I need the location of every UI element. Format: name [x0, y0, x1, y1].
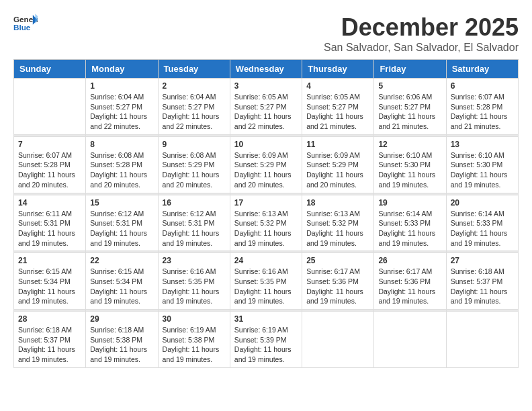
header-thursday: Thursday: [302, 60, 374, 79]
calendar-cell-w4d3: 23 Sunrise: 6:16 AM Sunset: 5:35 PM Dayl…: [158, 253, 230, 310]
cell-info: Sunrise: 6:11 AM Sunset: 5:31 PM Dayligh…: [18, 209, 81, 248]
cell-info: Sunrise: 6:10 AM Sunset: 5:30 PM Dayligh…: [451, 150, 514, 190]
calendar-cell-w2d5: 11 Sunrise: 6:09 AM Sunset: 5:29 PM Dayl…: [302, 136, 374, 193]
cell-info: Sunrise: 6:05 AM Sunset: 5:27 PM Dayligh…: [306, 92, 369, 132]
day-number: 10: [234, 140, 298, 149]
header-monday: Monday: [86, 60, 158, 79]
calendar-cell-w2d2: 8 Sunrise: 6:08 AM Sunset: 5:28 PM Dayli…: [86, 136, 158, 193]
cell-info: Sunrise: 6:08 AM Sunset: 5:29 PM Dayligh…: [163, 150, 226, 190]
day-number: 21: [18, 256, 81, 265]
calendar-cell-w4d1: 21 Sunrise: 6:15 AM Sunset: 5:34 PM Dayl…: [14, 253, 86, 310]
day-number: 11: [306, 140, 369, 149]
calendar-cell-w1d5: 4 Sunrise: 6:05 AM Sunset: 5:27 PM Dayli…: [302, 79, 374, 135]
day-number: 9: [163, 140, 226, 149]
day-number: 13: [451, 140, 514, 149]
calendar-cell-w2d4: 10 Sunrise: 6:09 AM Sunset: 5:29 PM Dayl…: [230, 136, 302, 193]
calendar-cell-w3d3: 16 Sunrise: 6:12 AM Sunset: 5:31 PM Dayl…: [158, 195, 230, 251]
cell-info: Sunrise: 6:18 AM Sunset: 5:37 PM Dayligh…: [451, 267, 514, 306]
week-row-1: 1 Sunrise: 6:04 AM Sunset: 5:27 PM Dayli…: [14, 79, 519, 135]
cell-info: Sunrise: 6:12 AM Sunset: 5:31 PM Dayligh…: [163, 209, 226, 248]
calendar-cell-w1d7: 6 Sunrise: 6:07 AM Sunset: 5:28 PM Dayli…: [446, 79, 518, 135]
header-sunday: Sunday: [14, 60, 86, 79]
logo: General Blue: [13, 13, 40, 32]
week-row-2: 7 Sunrise: 6:07 AM Sunset: 5:28 PM Dayli…: [14, 136, 519, 193]
cell-info: Sunrise: 6:04 AM Sunset: 5:27 PM Dayligh…: [90, 92, 153, 132]
cell-info: Sunrise: 6:09 AM Sunset: 5:29 PM Dayligh…: [234, 150, 298, 190]
cell-info: Sunrise: 6:10 AM Sunset: 5:30 PM Dayligh…: [378, 150, 441, 190]
calendar-cell-w3d5: 18 Sunrise: 6:13 AM Sunset: 5:32 PM Dayl…: [302, 195, 374, 251]
day-number: 22: [90, 256, 153, 265]
day-number: 16: [163, 198, 226, 208]
day-number: 30: [163, 314, 226, 324]
title-block: December 2025 San Salvador, San Salvador…: [324, 13, 519, 54]
logo-icon: General Blue: [13, 13, 38, 32]
day-number: 25: [306, 256, 369, 265]
page-header: General Blue December 2025 San Salvador,…: [13, 13, 519, 54]
cell-info: Sunrise: 6:19 AM Sunset: 5:38 PM Dayligh…: [163, 325, 226, 365]
cell-info: Sunrise: 6:05 AM Sunset: 5:27 PM Dayligh…: [234, 92, 298, 132]
calendar-cell-w1d6: 5 Sunrise: 6:06 AM Sunset: 5:27 PM Dayli…: [374, 79, 446, 135]
header-tuesday: Tuesday: [158, 60, 230, 79]
cell-info: Sunrise: 6:13 AM Sunset: 5:32 PM Dayligh…: [234, 209, 298, 248]
header-saturday: Saturday: [446, 60, 518, 79]
calendar-cell-w5d2: 29 Sunrise: 6:18 AM Sunset: 5:38 PM Dayl…: [86, 312, 158, 368]
day-number: 19: [378, 198, 441, 208]
cell-info: Sunrise: 6:15 AM Sunset: 5:34 PM Dayligh…: [90, 267, 153, 306]
cell-info: Sunrise: 6:16 AM Sunset: 5:35 PM Dayligh…: [234, 267, 298, 306]
calendar-table: Sunday Monday Tuesday Wednesday Thursday…: [13, 59, 519, 368]
calendar-cell-w5d3: 30 Sunrise: 6:19 AM Sunset: 5:38 PM Dayl…: [158, 312, 230, 368]
day-number: 1: [90, 81, 153, 91]
week-row-3: 14 Sunrise: 6:11 AM Sunset: 5:31 PM Dayl…: [14, 195, 519, 251]
day-number: 12: [378, 140, 441, 149]
cell-info: Sunrise: 6:18 AM Sunset: 5:37 PM Dayligh…: [18, 325, 81, 365]
cell-info: Sunrise: 6:07 AM Sunset: 5:28 PM Dayligh…: [451, 92, 514, 132]
calendar-cell-w2d7: 13 Sunrise: 6:10 AM Sunset: 5:30 PM Dayl…: [446, 136, 518, 193]
calendar-cell-w3d4: 17 Sunrise: 6:13 AM Sunset: 5:32 PM Dayl…: [230, 195, 302, 251]
day-number: 3: [234, 81, 298, 91]
calendar-cell-w1d1: [14, 79, 86, 135]
calendar-cell-w1d2: 1 Sunrise: 6:04 AM Sunset: 5:27 PM Dayli…: [86, 79, 158, 135]
day-number: 14: [18, 198, 81, 208]
cell-info: Sunrise: 6:19 AM Sunset: 5:39 PM Dayligh…: [234, 325, 298, 365]
calendar-cell-w4d2: 22 Sunrise: 6:15 AM Sunset: 5:34 PM Dayl…: [86, 253, 158, 310]
cell-info: Sunrise: 6:17 AM Sunset: 5:36 PM Dayligh…: [378, 267, 441, 306]
calendar-cell-w4d7: 27 Sunrise: 6:18 AM Sunset: 5:37 PM Dayl…: [446, 253, 518, 310]
calendar-cell-w3d6: 19 Sunrise: 6:14 AM Sunset: 5:33 PM Dayl…: [374, 195, 446, 251]
calendar-cell-w1d4: 3 Sunrise: 6:05 AM Sunset: 5:27 PM Dayli…: [230, 79, 302, 135]
calendar-cell-w5d1: 28 Sunrise: 6:18 AM Sunset: 5:37 PM Dayl…: [14, 312, 86, 368]
day-number: 31: [234, 314, 298, 324]
calendar-cell-w5d5: [302, 312, 374, 368]
cell-info: Sunrise: 6:14 AM Sunset: 5:33 PM Dayligh…: [378, 209, 441, 248]
day-number: 26: [378, 256, 441, 265]
cell-info: Sunrise: 6:07 AM Sunset: 5:28 PM Dayligh…: [18, 150, 81, 190]
header-friday: Friday: [374, 60, 446, 79]
calendar-cell-w4d6: 26 Sunrise: 6:17 AM Sunset: 5:36 PM Dayl…: [374, 253, 446, 310]
calendar-cell-w3d2: 15 Sunrise: 6:12 AM Sunset: 5:31 PM Dayl…: [86, 195, 158, 251]
cell-info: Sunrise: 6:08 AM Sunset: 5:28 PM Dayligh…: [90, 150, 153, 190]
calendar-cell-w5d7: [446, 312, 518, 368]
cell-info: Sunrise: 6:14 AM Sunset: 5:33 PM Dayligh…: [451, 209, 514, 248]
calendar-cell-w4d4: 24 Sunrise: 6:16 AM Sunset: 5:35 PM Dayl…: [230, 253, 302, 310]
month-title: December 2025: [324, 13, 519, 42]
day-number: 24: [234, 256, 298, 265]
day-number: 15: [90, 198, 153, 208]
day-number: 28: [18, 314, 81, 324]
calendar-cell-w2d3: 9 Sunrise: 6:08 AM Sunset: 5:29 PM Dayli…: [158, 136, 230, 193]
cell-info: Sunrise: 6:06 AM Sunset: 5:27 PM Dayligh…: [378, 92, 441, 132]
day-number: 6: [451, 81, 514, 91]
cell-info: Sunrise: 6:12 AM Sunset: 5:31 PM Dayligh…: [90, 209, 153, 248]
calendar-cell-w5d4: 31 Sunrise: 6:19 AM Sunset: 5:39 PM Dayl…: [230, 312, 302, 368]
cell-info: Sunrise: 6:04 AM Sunset: 5:27 PM Dayligh…: [163, 92, 226, 132]
day-number: 2: [163, 81, 226, 91]
day-number: 27: [451, 256, 514, 265]
calendar-cell-w3d1: 14 Sunrise: 6:11 AM Sunset: 5:31 PM Dayl…: [14, 195, 86, 251]
calendar-cell-w5d6: [374, 312, 446, 368]
week-row-4: 21 Sunrise: 6:15 AM Sunset: 5:34 PM Dayl…: [14, 253, 519, 310]
day-number: 17: [234, 198, 298, 208]
cell-info: Sunrise: 6:16 AM Sunset: 5:35 PM Dayligh…: [163, 267, 226, 306]
cell-info: Sunrise: 6:18 AM Sunset: 5:38 PM Dayligh…: [90, 325, 153, 365]
day-number: 7: [18, 140, 81, 149]
calendar-cell-w1d3: 2 Sunrise: 6:04 AM Sunset: 5:27 PM Dayli…: [158, 79, 230, 135]
cell-info: Sunrise: 6:13 AM Sunset: 5:32 PM Dayligh…: [306, 209, 369, 248]
cell-info: Sunrise: 6:15 AM Sunset: 5:34 PM Dayligh…: [18, 267, 81, 306]
